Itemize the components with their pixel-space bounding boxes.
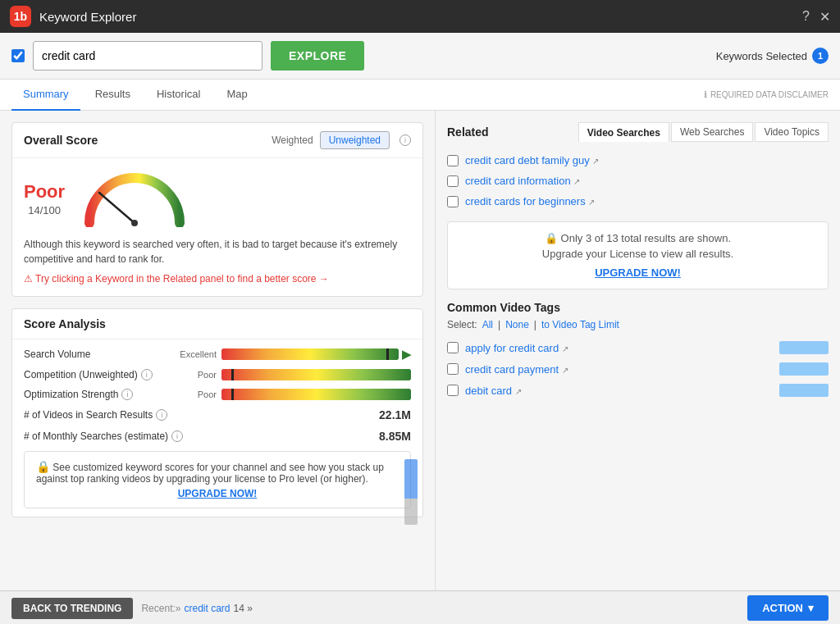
related-title: Related bbox=[447, 125, 489, 139]
score-main: Poor 14/100 bbox=[24, 170, 411, 227]
gauge-svg bbox=[81, 170, 188, 227]
analysis-row-optimization: Optimization Strength i Poor bbox=[24, 389, 411, 400]
unweighted-button[interactable]: Unweighted bbox=[320, 131, 390, 149]
analysis-row-volume: Search Volume Excellent ▶ bbox=[24, 348, 411, 361]
search-input[interactable] bbox=[33, 41, 262, 71]
optimization-info-icon[interactable]: i bbox=[121, 389, 133, 400]
upgrade-box-line2: Upgrade your License to view all results… bbox=[458, 248, 818, 260]
analysis-rating-competition: Poor bbox=[171, 370, 217, 380]
score-analysis-title: Score Analysis bbox=[24, 317, 106, 330]
related-checkbox-1[interactable] bbox=[447, 175, 459, 187]
tag-bar-0 bbox=[779, 341, 829, 354]
action-button[interactable]: ACTION ▾ bbox=[747, 595, 829, 621]
recent-link[interactable]: credit card bbox=[184, 603, 230, 614]
tag-item-1: credit card payment ↗ bbox=[447, 358, 829, 380]
bar-gradient-optimization bbox=[221, 389, 411, 400]
upgrade-now-link[interactable]: UPGRADE NOW! bbox=[36, 488, 399, 499]
app-title: Keyword Explorer bbox=[39, 10, 802, 24]
related-link-2[interactable]: credit cards for beginners ↗ bbox=[465, 195, 595, 207]
tag-checkbox-1[interactable] bbox=[447, 363, 459, 375]
back-to-trending-button[interactable]: BACK TO TRENDING bbox=[11, 598, 133, 619]
monthly-info-icon[interactable]: i bbox=[171, 430, 183, 442]
related-section: Related Video Searches Web Searches Vide… bbox=[447, 122, 829, 289]
score-info-icon[interactable]: i bbox=[399, 134, 411, 146]
bar-pointer-optimization bbox=[231, 389, 234, 400]
main-content: Overall Score Weighted Unweighted i Poor… bbox=[0, 111, 840, 590]
analysis-label-videos: # of Videos in Search Results i bbox=[24, 409, 379, 421]
tag-link-0[interactable]: apply for credit card ↗ bbox=[465, 342, 773, 354]
recent-prefix: Recent:» bbox=[141, 603, 180, 614]
tab-map[interactable]: Map bbox=[215, 80, 258, 111]
bar-gradient-competition bbox=[221, 369, 411, 380]
tabs-bar: Summary Results Historical Map ℹ REQUIRE… bbox=[0, 80, 840, 111]
action-label: ACTION bbox=[762, 602, 803, 614]
related-link-0[interactable]: credit card debt family guy ↗ bbox=[465, 154, 599, 166]
score-description: Although this keyword is searched very o… bbox=[24, 237, 411, 266]
rel-tab-web-searches[interactable]: Web Searches bbox=[671, 122, 754, 142]
analysis-rating-optimization: Poor bbox=[171, 389, 217, 399]
svg-point-1 bbox=[131, 220, 138, 226]
tags-select-bar: Select: All | None | to Video Tag Limit bbox=[447, 319, 829, 330]
tab-summary[interactable]: Summary bbox=[11, 80, 80, 111]
overall-score-card: Overall Score Weighted Unweighted i Poor… bbox=[11, 122, 423, 297]
tag-checkbox-2[interactable] bbox=[447, 385, 459, 396]
competition-info-icon[interactable]: i bbox=[141, 369, 153, 380]
help-button[interactable]: ? bbox=[802, 9, 810, 24]
related-checkbox-0[interactable] bbox=[447, 155, 459, 166]
search-checkbox[interactable] bbox=[11, 49, 25, 62]
keywords-selected-label: Keywords Selected bbox=[716, 50, 807, 62]
select-all-link[interactable]: All bbox=[482, 319, 493, 330]
overall-score-header: Overall Score Weighted Unweighted i bbox=[12, 123, 422, 158]
to-limit-link[interactable]: to Video Tag Limit bbox=[541, 319, 619, 330]
overall-score-title: Overall Score bbox=[24, 134, 98, 147]
tab-historical[interactable]: Historical bbox=[145, 80, 212, 111]
video-tags-title: Common Video Tags bbox=[447, 301, 829, 314]
tag-link-1[interactable]: credit card payment ↗ bbox=[465, 363, 773, 376]
bar-track-competition bbox=[221, 369, 411, 380]
related-checkbox-2[interactable] bbox=[447, 196, 459, 207]
analysis-label-optimization: Optimization Strength i bbox=[24, 389, 171, 400]
tag-item-2: debit card ↗ bbox=[447, 380, 829, 401]
upgrade-box-line1: 🔒 Only 3 of 13 total results are shown. bbox=[458, 232, 818, 244]
score-analysis-header: Score Analysis bbox=[12, 309, 422, 339]
right-panel: Related Video Searches Web Searches Vide… bbox=[435, 111, 840, 590]
video-tags-section: Common Video Tags Select: All | None | t… bbox=[447, 301, 829, 401]
analysis-row-competition: Competition (Unweighted) i Poor bbox=[24, 369, 411, 380]
overall-score-body: Poor 14/100 bbox=[12, 158, 422, 296]
upgrade-tooltip-text: See customized keyword scores for your c… bbox=[36, 462, 384, 485]
related-link-1[interactable]: credit card information ↗ bbox=[465, 175, 580, 187]
analysis-body: Search Volume Excellent ▶ Competition (U… bbox=[12, 339, 422, 517]
recent-count: 14 » bbox=[234, 603, 253, 614]
tag-bar-1 bbox=[779, 362, 829, 376]
recent-bar: Recent:» credit card 14 » bbox=[141, 603, 252, 614]
bar-gradient-volume bbox=[221, 348, 399, 360]
disclaimer: ℹ REQUIRED DATA DISCLAIMER bbox=[704, 89, 829, 100]
bar-pointer-volume bbox=[386, 348, 389, 360]
related-header: Related Video Searches Web Searches Vide… bbox=[447, 122, 829, 142]
analysis-value-monthly: 8.85M bbox=[379, 430, 411, 443]
tag-checkbox-0[interactable] bbox=[447, 342, 459, 353]
rel-tab-video-topics[interactable]: Video Topics bbox=[755, 122, 829, 142]
svg-line-0 bbox=[99, 193, 135, 223]
select-none-link[interactable]: None bbox=[505, 319, 529, 330]
related-upgrade-link[interactable]: UPGRADE NOW! bbox=[595, 266, 681, 279]
separator-2: | bbox=[534, 319, 536, 330]
videos-info-icon[interactable]: i bbox=[156, 409, 167, 421]
tab-results[interactable]: Results bbox=[84, 80, 142, 111]
search-bar: EXPLORE Keywords Selected 1 bbox=[0, 33, 840, 80]
select-label: Select: bbox=[447, 319, 477, 330]
analysis-row-videos: # of Videos in Search Results i 22.1M bbox=[24, 408, 411, 421]
bar-track-optimization bbox=[221, 389, 411, 400]
analysis-label-monthly: # of Monthly Searches (estimate) i bbox=[24, 430, 379, 442]
tag-link-2[interactable]: debit card ↗ bbox=[465, 385, 773, 397]
score-number: 14/100 bbox=[24, 204, 65, 216]
keywords-selected: Keywords Selected 1 bbox=[716, 48, 829, 64]
score-tip: ⚠ Try clicking a Keyword in the Related … bbox=[24, 273, 411, 285]
close-button[interactable]: ✕ bbox=[819, 9, 830, 25]
related-item-0: credit card debt family guy ↗ bbox=[447, 150, 829, 171]
explore-button[interactable]: EXPLORE bbox=[271, 41, 364, 71]
rel-tab-video-searches[interactable]: Video Searches bbox=[578, 122, 669, 142]
title-bar-actions: ? ✕ bbox=[802, 9, 830, 25]
title-bar: 1b Keyword Explorer ? ✕ bbox=[0, 0, 840, 33]
related-items: credit card debt family guy ↗ credit car… bbox=[447, 150, 829, 212]
